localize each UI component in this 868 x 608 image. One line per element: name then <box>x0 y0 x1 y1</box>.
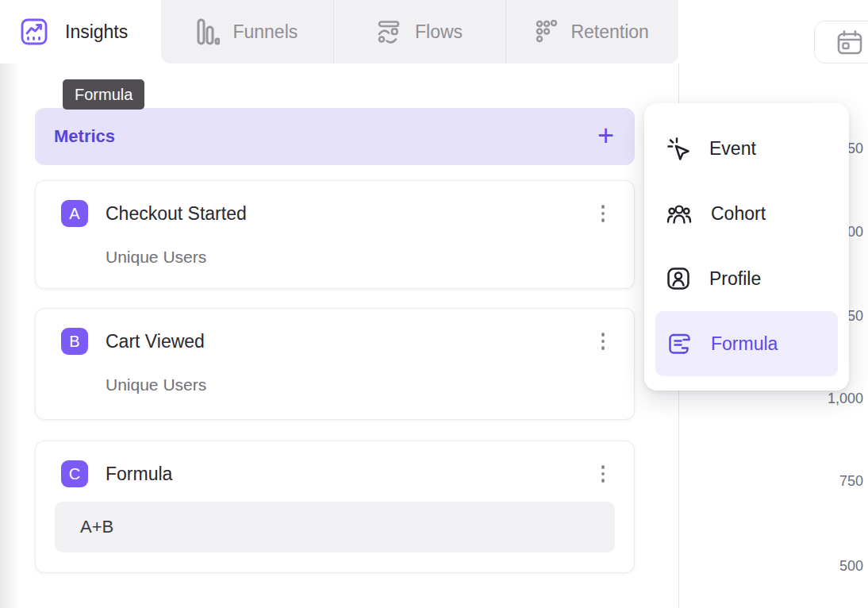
metric-title: Formula <box>106 464 591 485</box>
insights-icon <box>20 17 48 46</box>
metric-measurement[interactable]: Unique Users <box>106 375 206 394</box>
menu-item-label: Cohort <box>711 203 766 225</box>
cohort-icon <box>666 202 692 225</box>
tab-retention[interactable]: Retention <box>505 0 678 63</box>
formula-icon <box>666 332 692 356</box>
tab-insights-label: Insights <box>65 21 128 43</box>
formula-tooltip: Formula <box>63 79 144 110</box>
metric-card-cart-viewed[interactable]: B Cart Viewed Unique Users <box>35 308 635 420</box>
menu-item-label: Event <box>709 138 756 160</box>
metric-badge: B <box>61 328 88 355</box>
metric-badge: C <box>61 460 88 487</box>
menu-item-label: Formula <box>711 333 778 355</box>
y-axis-label: 1,000 <box>768 391 863 407</box>
metrics-section-header[interactable]: Metrics + <box>35 108 635 165</box>
tab-flows[interactable]: Flows <box>333 0 506 63</box>
metric-options-button[interactable] <box>591 460 615 487</box>
date-range-button[interactable] <box>814 21 868 63</box>
tab-funnels-label: Funnels <box>232 21 298 43</box>
funnels-icon <box>196 18 220 45</box>
tab-retention-label: Retention <box>570 21 648 43</box>
menu-item-profile[interactable]: Profile <box>655 246 838 311</box>
metric-title: Cart Viewed <box>106 331 591 352</box>
y-axis-label: 500 <box>768 558 863 575</box>
tab-flows-label: Flows <box>415 21 463 43</box>
metric-card-formula[interactable]: C Formula A+B <box>35 441 635 573</box>
menu-item-cohort[interactable]: Cohort <box>655 181 838 246</box>
metric-card-header-row: B Cart Viewed <box>61 328 615 355</box>
flows-icon <box>377 20 402 44</box>
menu-item-event[interactable]: Event <box>655 116 838 181</box>
metric-measurement[interactable]: Unique Users <box>106 248 206 267</box>
metric-card-checkout-started[interactable]: A Checkout Started Unique Users <box>35 180 635 289</box>
event-icon <box>666 137 690 160</box>
calendar-icon <box>836 29 863 55</box>
metric-options-button[interactable] <box>591 328 615 355</box>
profile-icon <box>666 267 690 291</box>
insights-page: 1,750 1,500 1,250 1,000 750 500 Insights… <box>0 0 868 608</box>
retention-icon <box>536 20 558 44</box>
add-metric-menu: Event Cohort Profile <box>644 103 849 391</box>
menu-item-label: Profile <box>709 268 761 290</box>
metric-options-button[interactable] <box>591 200 615 227</box>
metric-card-header-row: A Checkout Started <box>61 200 615 227</box>
metric-title: Checkout Started <box>106 203 591 225</box>
y-axis-label: 750 <box>768 473 863 490</box>
tab-funnels[interactable]: Funnels <box>161 0 333 63</box>
left-panel-shadow <box>0 22 21 608</box>
metric-card-header-row: C Formula <box>61 460 615 487</box>
tab-insights[interactable]: Insights <box>0 0 161 63</box>
menu-item-formula[interactable]: Formula <box>655 311 838 376</box>
metrics-title: Metrics <box>54 126 115 147</box>
report-tabbar: Insights Funnels Flows <box>0 0 868 63</box>
inactive-tab-strip: Funnels Flows Retention <box>161 0 678 63</box>
metric-badge: A <box>61 200 88 227</box>
formula-expression-input[interactable]: A+B <box>55 502 615 552</box>
add-metric-button[interactable]: + <box>597 121 614 150</box>
